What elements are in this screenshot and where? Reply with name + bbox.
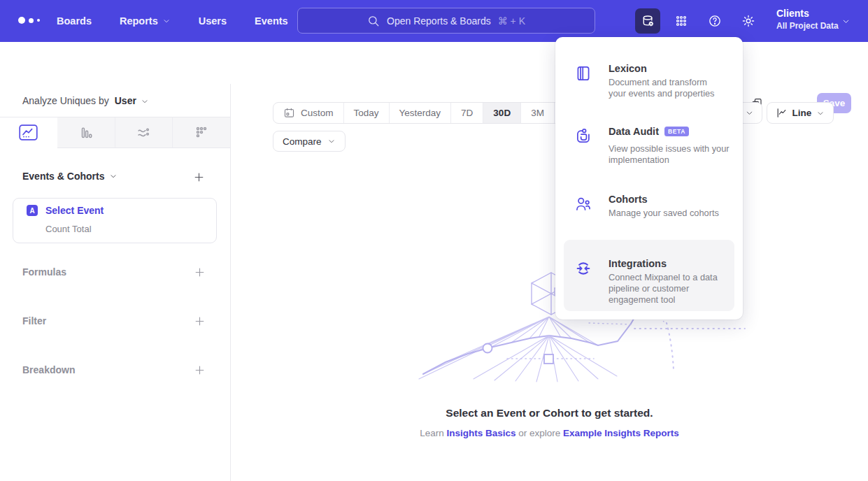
menu-item-integrations[interactable]: Integrations Connect Mixpanel to a data … [574, 258, 732, 306]
empty-state-title: Select an Event or Cohort to get started… [231, 407, 868, 419]
metrics-icon [194, 125, 209, 141]
primary-nav: Boards Reports Users Events [57, 0, 288, 42]
add-filter-button[interactable] [194, 315, 206, 327]
mixpanel-logo[interactable] [18, 17, 40, 24]
integrations-sync-icon [574, 259, 592, 278]
chevron-down-icon [327, 137, 336, 145]
compare-button[interactable]: Compare [273, 131, 346, 152]
data-management-button[interactable] [635, 8, 660, 34]
add-event-button[interactable] [193, 171, 205, 183]
chart-type-dropdown[interactable]: Line [767, 102, 834, 124]
lexicon-book-icon [574, 64, 592, 82]
menu-item-data-audit[interactable]: Data Audit BETA View possible issues wit… [574, 126, 732, 166]
select-event-label[interactable]: Select Event [45, 205, 104, 216]
help-icon [708, 14, 722, 28]
menu-item-lexicon[interactable]: Lexicon Document and transform your even… [574, 63, 732, 99]
nav-item-reports[interactable]: Reports [120, 15, 171, 27]
chevron-down-icon [162, 17, 171, 25]
global-search-input[interactable]: Open Reports & Boards ⌘ + K [297, 8, 595, 34]
example-insights-reports-link[interactable]: Example Insights Reports [563, 428, 679, 438]
nav-item-events[interactable]: Events [255, 15, 288, 27]
cohorts-people-icon [574, 195, 592, 213]
project-title: Clients [776, 8, 839, 20]
date-range-30d[interactable]: 30D [483, 103, 521, 123]
line-chart-icon [19, 124, 38, 141]
data-management-icon [641, 14, 655, 29]
breakdown-section: Breakdown [22, 363, 206, 377]
menu-item-description: Document and transform your events and p… [609, 77, 722, 99]
tab-bar-chart[interactable] [57, 117, 115, 148]
top-navbar: Boards Reports Users Events Open Reports… [0, 0, 868, 42]
date-range-3m[interactable]: 3M [521, 103, 555, 123]
settings-button[interactable] [736, 8, 761, 34]
menu-item-title: Lexicon [609, 63, 722, 74]
search-placeholder: Open Reports & Boards [387, 15, 491, 27]
query-builder-sidebar: Analyze Uniques by User Events & Cohorts… [0, 84, 231, 481]
data-management-popover: Lexicon Document and transform your even… [555, 37, 743, 320]
date-range-yesterday[interactable]: Yesterday [390, 103, 452, 123]
search-icon [367, 15, 380, 27]
menu-item-description: View possible issues with your implement… [609, 143, 740, 166]
chevron-down-icon [745, 108, 754, 117]
line-chart-icon [776, 107, 788, 119]
nav-icon-group [635, 8, 761, 34]
analyze-value[interactable]: User [115, 95, 136, 106]
event-card[interactable]: A Select Event Count Total [13, 198, 217, 243]
nav-item-boards[interactable]: Boards [57, 15, 92, 27]
add-breakdown-button[interactable] [194, 364, 206, 376]
events-cohorts-header[interactable]: Events & Cohorts [22, 171, 118, 182]
filter-section: Filter [22, 314, 206, 328]
project-switcher[interactable]: Clients All Project Data [776, 8, 839, 31]
chart-type-tabs [0, 117, 230, 148]
apps-grid-button[interactable] [669, 8, 694, 34]
menu-item-description: Connect Mixpanel to a data pipeline or c… [609, 272, 727, 306]
event-letter-badge: A [27, 205, 38, 216]
bar-chart-icon [78, 125, 94, 141]
chevron-down-icon[interactable] [841, 17, 851, 26]
insights-basics-link[interactable]: Insights Basics [446, 428, 515, 438]
stream-icon [136, 125, 151, 141]
nav-item-users[interactable]: Users [199, 15, 227, 27]
date-range-custom[interactable]: Custom [273, 103, 344, 123]
menu-item-description: Manage your saved cohorts [609, 208, 740, 219]
apps-grid-icon [674, 14, 688, 28]
tab-metrics[interactable] [172, 117, 230, 148]
formulas-section: Formulas [22, 265, 206, 279]
chevron-down-icon [816, 109, 825, 117]
beta-badge: BETA [664, 127, 689, 137]
date-range-today[interactable]: Today [344, 103, 390, 123]
help-button[interactable] [702, 8, 727, 34]
menu-item-title: Integrations [609, 258, 727, 269]
data-audit-icon [574, 127, 592, 145]
menu-item-cohorts[interactable]: Cohorts Manage your saved cohorts [574, 194, 732, 219]
empty-state-subtitle: Learn Insights Basics or explore Example… [231, 428, 868, 438]
add-formula-button[interactable] [194, 266, 206, 278]
search-shortcut: ⌘ + K [498, 15, 525, 27]
date-range-7d[interactable]: 7D [451, 103, 483, 123]
analyze-uniques-row: Analyze Uniques by User [22, 84, 149, 117]
settings-icon [741, 14, 755, 28]
tab-stream-chart[interactable] [115, 117, 173, 148]
count-total-label[interactable]: Count Total [45, 224, 92, 234]
analyze-prefix-label: Analyze Uniques by [22, 95, 109, 106]
menu-item-title: Cohorts [609, 194, 740, 205]
project-subtitle: All Project Data [776, 21, 839, 31]
chevron-down-icon[interactable] [141, 97, 149, 106]
calendar-icon [283, 107, 295, 119]
tab-line-chart[interactable] [0, 117, 57, 148]
chevron-down-icon [109, 172, 118, 180]
